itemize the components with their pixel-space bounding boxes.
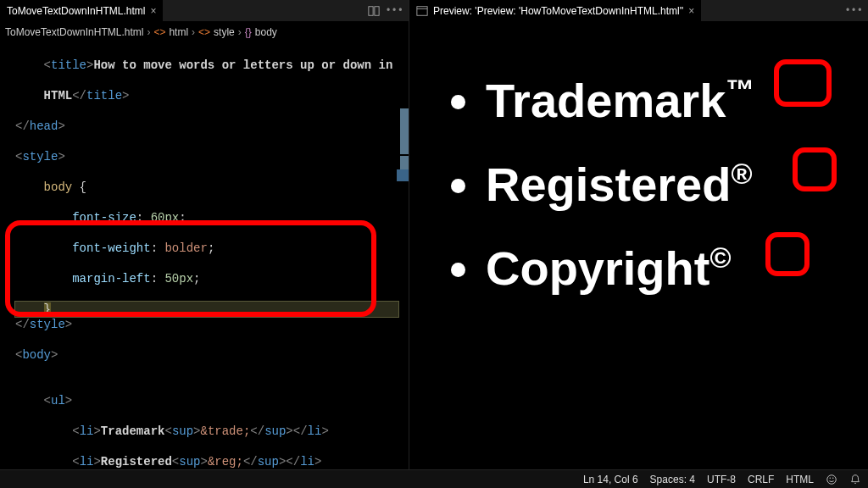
crumb-html: html <box>169 26 188 38</box>
editor-tabbar: ToMoveTextDownInHTML.html × ••• <box>0 0 409 22</box>
preview-content: Trademark™ Registered® Copyright© <box>409 22 868 469</box>
chevron-right-icon: › <box>238 26 242 38</box>
close-icon[interactable]: × <box>150 5 156 17</box>
status-eol[interactable]: CRLF <box>748 474 774 485</box>
crumb-file: ToMoveTextDownInHTML.html <box>5 26 143 38</box>
svg-rect-1 <box>375 6 379 15</box>
rule-icon: {} <box>245 26 252 38</box>
preview-tab[interactable]: Preview: 'Preview: 'HowToMoveTextDownInH… <box>409 0 701 21</box>
status-lncol[interactable]: Ln 14, Col 6 <box>583 474 638 485</box>
code-editor[interactable]: <title>How to move words or letters up o… <box>0 42 409 469</box>
close-icon[interactable]: × <box>688 5 694 17</box>
copyright-sup: © <box>709 241 731 274</box>
list-item: Copyright© <box>486 241 868 296</box>
svg-point-4 <box>827 474 837 484</box>
chevron-right-icon: › <box>147 26 150 38</box>
trademark-sup: ™ <box>726 74 754 106</box>
editor-tab[interactable]: ToMoveTextDownInHTML.html × <box>0 0 163 21</box>
breadcrumbs[interactable]: ToMoveTextDownInHTML.html › <> html › <>… <box>0 22 409 42</box>
crumb-body: body <box>255 26 277 38</box>
preview-tabbar: Preview: 'Preview: 'HowToMoveTextDownInH… <box>409 0 868 22</box>
more-icon[interactable]: ••• <box>839 5 868 17</box>
status-bar: Ln 14, Col 6 Spaces: 4 UTF-8 CRLF HTML <box>0 469 868 488</box>
list-item: Registered® <box>486 157 868 212</box>
svg-rect-2 <box>417 6 427 15</box>
svg-point-6 <box>832 477 833 478</box>
split-editor-icon[interactable] <box>368 5 380 17</box>
crumb-style: style <box>214 26 235 38</box>
svg-point-5 <box>830 477 831 478</box>
preview-icon <box>416 5 428 17</box>
minimap[interactable] <box>400 42 409 469</box>
scrollbar-thumb[interactable] <box>397 169 409 181</box>
chevron-right-icon: › <box>192 26 195 38</box>
svg-rect-0 <box>369 6 373 15</box>
status-spaces[interactable]: Spaces: 4 <box>650 474 695 485</box>
status-encoding[interactable]: UTF-8 <box>707 474 736 485</box>
preview-pane: Preview: 'Preview: 'HowToMoveTextDownInH… <box>409 0 868 469</box>
notifications-icon[interactable] <box>849 474 861 485</box>
more-icon[interactable]: ••• <box>380 5 409 17</box>
list-item: Trademark™ <box>486 73 868 128</box>
style-icon: <> <box>198 26 210 38</box>
status-lang[interactable]: HTML <box>786 474 814 485</box>
preview-tab-title: Preview: 'Preview: 'HowToMoveTextDownInH… <box>433 5 683 17</box>
editor-pane: ToMoveTextDownInHTML.html × ••• ToMoveTe… <box>0 0 409 469</box>
tab-filename: ToMoveTextDownInHTML.html <box>7 5 145 17</box>
html-icon: <> <box>153 26 165 38</box>
registered-sup: ® <box>731 158 752 190</box>
feedback-icon[interactable] <box>826 474 837 485</box>
